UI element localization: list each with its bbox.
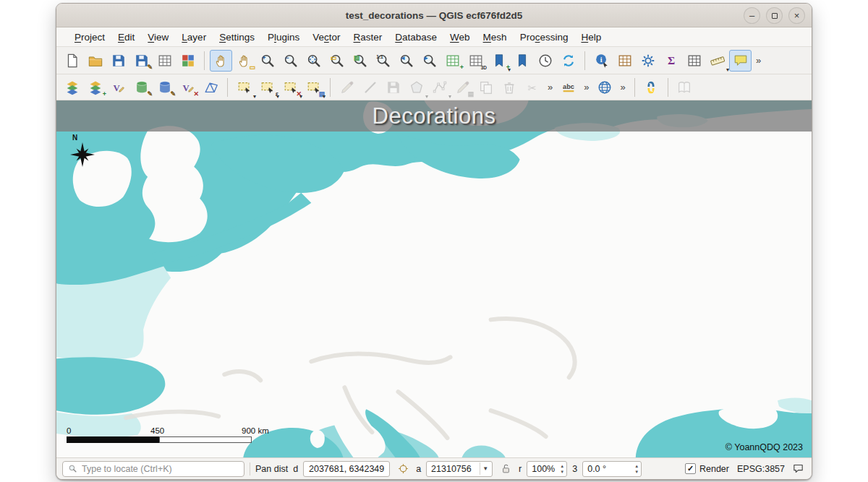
spinner-arrows-icon[interactable]: ▲▼ bbox=[634, 463, 639, 475]
new-map-view[interactable]: + bbox=[441, 50, 464, 72]
new-mesh-layer[interactable] bbox=[200, 77, 222, 98]
locator-search[interactable] bbox=[62, 461, 244, 477]
menu-mesh[interactable]: Mesh bbox=[477, 30, 514, 45]
lock-scale-button[interactable] bbox=[498, 461, 514, 477]
statistical-summary[interactable] bbox=[660, 50, 682, 72]
copy-features[interactable] bbox=[475, 77, 497, 98]
minimize-button[interactable]: – bbox=[744, 7, 760, 24]
basemap bbox=[56, 100, 812, 457]
deselect-features[interactable]: ✕▾ bbox=[279, 77, 302, 98]
zoom-next[interactable]: ▸ bbox=[418, 50, 441, 72]
zoom-to-selection[interactable]: ▭ bbox=[326, 50, 348, 72]
temporal-controller[interactable] bbox=[534, 50, 556, 72]
cut-features[interactable] bbox=[521, 77, 543, 98]
zoom-native[interactable]: 1:1 bbox=[372, 50, 394, 72]
extents-toggle-button[interactable] bbox=[395, 461, 411, 477]
save-project[interactable] bbox=[107, 50, 129, 72]
pan-map-to-selection[interactable]: ▭ bbox=[233, 50, 255, 72]
open-project[interactable] bbox=[84, 50, 106, 72]
menu-plugins[interactable]: Plugins bbox=[261, 30, 306, 45]
menu-project[interactable]: Project bbox=[68, 30, 111, 45]
rotation-spin[interactable]: 0.0 ° ▲▼ bbox=[582, 461, 642, 477]
delete-selected[interactable] bbox=[498, 77, 520, 98]
chevron-down-icon[interactable]: ▼ bbox=[480, 462, 490, 475]
new-project[interactable] bbox=[61, 50, 83, 72]
crs-button[interactable]: EPSG:3857 bbox=[734, 464, 785, 474]
render-checkbox[interactable]: ✓ Render bbox=[685, 463, 729, 474]
layers-icon bbox=[88, 79, 103, 95]
menu-layer[interactable]: Layer bbox=[175, 30, 213, 45]
menu-raster[interactable]: Raster bbox=[347, 30, 389, 45]
rotation-value: 0.0 ° bbox=[587, 464, 606, 474]
menu-settings[interactable]: Settings bbox=[213, 30, 261, 45]
save-layer-edits[interactable] bbox=[382, 77, 404, 98]
new-shapefile-layer[interactable] bbox=[107, 77, 129, 98]
web-overflow[interactable]: » bbox=[616, 82, 629, 92]
zoom-to-layer[interactable]: ▤ bbox=[349, 50, 371, 72]
menu-help[interactable]: Help bbox=[574, 30, 608, 45]
map-canvas[interactable]: Decorations N 0 450 900 km © YoannQDQ 20… bbox=[56, 100, 812, 457]
menu-web[interactable]: Web bbox=[443, 30, 477, 45]
labeling-overflow[interactable]: » bbox=[580, 82, 592, 92]
menu-vector[interactable]: Vector bbox=[306, 30, 346, 45]
processing-toolbox[interactable] bbox=[637, 50, 659, 72]
refresh-map[interactable] bbox=[557, 50, 579, 72]
locator-input[interactable] bbox=[82, 464, 239, 474]
palette-icon bbox=[180, 53, 196, 69]
measure[interactable]: ▾ bbox=[706, 50, 728, 72]
close-button[interactable]: × bbox=[788, 7, 805, 24]
coordinate-input[interactable]: 2037681, 6342349 bbox=[303, 461, 390, 477]
new-geopackage-layer[interactable]: ✎ bbox=[130, 77, 153, 98]
zoom-out[interactable]: − bbox=[279, 50, 302, 72]
select-by-form[interactable]: ▤▾ bbox=[302, 77, 325, 98]
messages-button[interactable] bbox=[790, 461, 806, 477]
data-source-manager[interactable] bbox=[61, 77, 83, 98]
new-virtual-layer[interactable]: ✕ bbox=[176, 77, 199, 98]
menu-database[interactable]: Database bbox=[388, 30, 443, 45]
zoom-in[interactable]: + bbox=[256, 50, 278, 72]
python-console[interactable] bbox=[640, 77, 663, 98]
show-layout-manager[interactable] bbox=[153, 50, 176, 72]
identify-features[interactable] bbox=[590, 50, 613, 72]
layer-labeling[interactable] bbox=[557, 77, 579, 98]
menu-processing[interactable]: Processing bbox=[514, 30, 575, 45]
menu-edit[interactable]: Edit bbox=[111, 30, 141, 45]
attribute-table[interactable] bbox=[683, 50, 705, 72]
select-icon bbox=[306, 79, 322, 95]
title-bar[interactable]: test_decorations — QGIS ecf676fd2d5 – × bbox=[56, 4, 812, 27]
save-project-as[interactable]: ✎ bbox=[130, 50, 153, 72]
metasearch[interactable] bbox=[593, 77, 616, 98]
show-spatial-bookmarks[interactable] bbox=[511, 50, 533, 72]
current-edits[interactable] bbox=[359, 77, 381, 98]
help-contents[interactable] bbox=[673, 77, 696, 98]
toolbar1-overflow[interactable]: » bbox=[752, 55, 765, 66]
digitizing-overflow[interactable]: » bbox=[544, 82, 556, 92]
add-polygon-feature[interactable]: ▾ bbox=[405, 77, 427, 98]
modify-attributes[interactable]: ▤ bbox=[451, 77, 474, 98]
select-by-expression[interactable]: ε▾ bbox=[256, 77, 278, 98]
toolbar-separator bbox=[204, 51, 205, 70]
zoom-full[interactable] bbox=[302, 50, 325, 72]
scale-combo[interactable]: 21310756 ▼ bbox=[426, 461, 493, 477]
scale-value: 21310756 bbox=[431, 464, 472, 474]
dropdown-arrow-icon[interactable]: ▾ bbox=[323, 93, 326, 100]
menu-view[interactable]: View bbox=[141, 30, 175, 45]
toggle-editing[interactable] bbox=[336, 77, 358, 98]
select-features[interactable]: ▾ bbox=[233, 77, 255, 98]
new-spatial-bookmark[interactable]: +▾ bbox=[488, 50, 510, 72]
checkbox-icon[interactable]: ✓ bbox=[685, 463, 696, 474]
zoom-last[interactable]: ◂ bbox=[395, 50, 417, 72]
new-3d-map-view[interactable]: 3D bbox=[464, 50, 487, 72]
add-vector-layer[interactable]: + bbox=[84, 77, 106, 98]
map-tips[interactable] bbox=[729, 50, 752, 72]
field-calculator[interactable] bbox=[613, 50, 636, 72]
vertex-tool[interactable]: ▾ bbox=[428, 77, 451, 98]
spinner-arrows-icon[interactable]: ▲▼ bbox=[560, 463, 564, 475]
north-arrow-icon bbox=[69, 142, 95, 168]
new-spatialite-layer[interactable]: ✎ bbox=[153, 77, 176, 98]
pan-map[interactable] bbox=[210, 50, 232, 72]
magnifier-spin[interactable]: 100% ▲▼ bbox=[527, 461, 567, 477]
style-manager[interactable] bbox=[176, 50, 199, 72]
maximize-button[interactable] bbox=[766, 7, 783, 24]
cylinder-icon bbox=[134, 79, 150, 95]
